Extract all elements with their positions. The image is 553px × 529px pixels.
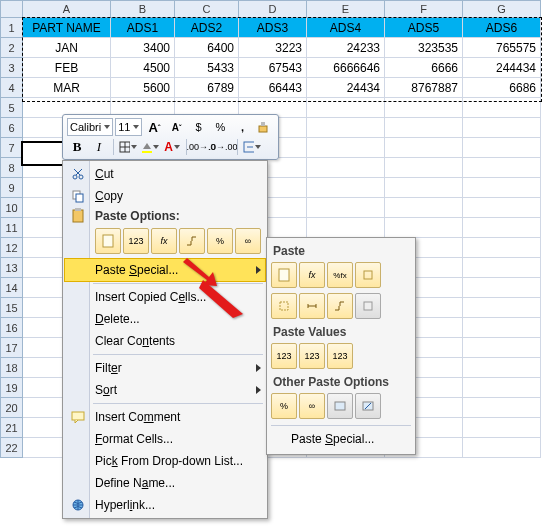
row-header-6[interactable]: 6 [1,118,23,138]
row-header-10[interactable]: 10 [1,198,23,218]
sub-paste-formulas-num[interactable]: %fx [327,262,353,288]
row-header-2[interactable]: 2 [1,38,23,58]
menu-cut[interactable]: Cut [65,163,265,185]
cell-C2[interactable]: 6400 [175,38,239,58]
menu-sort[interactable]: Sort [65,379,265,401]
menu-insert-copied[interactable]: Insert Copied Cells... [65,286,265,308]
cell-A3[interactable]: FEB [23,58,111,78]
row-header-22[interactable]: 22 [1,438,23,458]
mini-toolbar[interactable]: Calibri 11 Aˆ Aˇ $ % , B I A .00→.0 .0→.… [62,114,279,160]
shrink-font-button[interactable]: Aˇ [166,117,186,137]
cell-B1[interactable]: ADS1 [111,18,175,38]
font-color-button[interactable]: A [162,137,182,157]
col-header-F[interactable]: F [385,1,463,18]
cell-G17[interactable] [463,338,541,358]
sub-paste-col-widths[interactable] [299,293,325,319]
fill-color-button[interactable] [140,137,160,157]
cell-F3[interactable]: 6666 [385,58,463,78]
context-menu[interactable]: Cut Copy Paste Options: 123 fx % ∞ Paste… [62,160,268,519]
cell-C4[interactable]: 6789 [175,78,239,98]
sub-paste-merge-cond[interactable] [355,293,381,319]
cell-F2[interactable]: 323535 [385,38,463,58]
sub-paste-transpose[interactable] [327,293,353,319]
row-header-8[interactable]: 8 [1,158,23,178]
menu-hyperlink[interactable]: Hyperlink... [65,494,265,516]
menu-paste-special[interactable]: Paste Special... [64,258,266,282]
row-header-21[interactable]: 21 [1,418,23,438]
col-header-C[interactable]: C [175,1,239,18]
sub-other-formatting[interactable]: % [271,393,297,419]
cell-E5[interactable] [307,98,385,118]
menu-pick-dropdown[interactable]: Pick From Drop-down List... [65,450,265,472]
cell-G22[interactable] [463,438,541,458]
cell-G9[interactable] [463,178,541,198]
cell-G21[interactable] [463,418,541,438]
row-header-1[interactable]: 1 [1,18,23,38]
sub-paste-no-borders[interactable] [271,293,297,319]
italic-button[interactable]: I [89,137,109,157]
row-header-4[interactable]: 4 [1,78,23,98]
cell-E7[interactable] [307,138,385,158]
cell-G16[interactable] [463,318,541,338]
cell-G2[interactable]: 765575 [463,38,541,58]
cell-G14[interactable] [463,278,541,298]
cell-E2[interactable]: 24233 [307,38,385,58]
cell-A1[interactable]: PART NAME [23,18,111,38]
row-header-7[interactable]: 7 [1,138,23,158]
cell-F8[interactable] [385,158,463,178]
cell-G1[interactable]: ADS6 [463,18,541,38]
cell-D2[interactable]: 3223 [239,38,307,58]
paste-option-transpose[interactable] [179,228,205,254]
cell-F10[interactable] [385,198,463,218]
cell-F4[interactable]: 8767887 [385,78,463,98]
cell-E3[interactable]: 6666646 [307,58,385,78]
row-header-19[interactable]: 19 [1,378,23,398]
sub-other-linked-pic[interactable] [355,393,381,419]
paste-option-link[interactable]: ∞ [235,228,261,254]
cell-B3[interactable]: 4500 [111,58,175,78]
accounting-format-button[interactable]: $ [188,117,208,137]
menu-define-name[interactable]: Define Name... [65,472,265,494]
cell-F11[interactable] [385,218,463,238]
paste-option-all[interactable] [95,228,121,254]
merge-center-button[interactable] [242,137,262,157]
cell-G4[interactable]: 6686 [463,78,541,98]
cell-E1[interactable]: ADS4 [307,18,385,38]
sub-other-link[interactable]: ∞ [299,393,325,419]
cell-G8[interactable] [463,158,541,178]
cell-G7[interactable] [463,138,541,158]
cell-G6[interactable] [463,118,541,138]
cell-E10[interactable] [307,198,385,218]
row-header-17[interactable]: 17 [1,338,23,358]
cell-E11[interactable] [307,218,385,238]
paste-special-submenu[interactable]: Paste fx %fx Paste Values 123 123 123 Ot… [266,237,416,455]
comma-format-button[interactable]: , [232,117,252,137]
cell-G12[interactable] [463,238,541,258]
menu-copy[interactable]: Copy [65,185,265,207]
menu-clear-contents[interactable]: Clear Contents [65,330,265,352]
bold-button[interactable]: B [67,137,87,157]
font-name-select[interactable]: Calibri [67,118,113,136]
cell-C3[interactable]: 5433 [175,58,239,78]
row-header-16[interactable]: 16 [1,318,23,338]
paste-option-formatting[interactable]: % [207,228,233,254]
cell-G3[interactable]: 244434 [463,58,541,78]
col-header-D[interactable]: D [239,1,307,18]
cell-A2[interactable]: JAN [23,38,111,58]
cell-E6[interactable] [307,118,385,138]
cell-F9[interactable] [385,178,463,198]
sub-paste-formulas[interactable]: fx [299,262,325,288]
row-header-15[interactable]: 15 [1,298,23,318]
cell-G5[interactable] [463,98,541,118]
cell-E8[interactable] [307,158,385,178]
row-header-13[interactable]: 13 [1,258,23,278]
sub-paste-all[interactable] [271,262,297,288]
increase-decimal-button[interactable]: .0→.00 [213,137,233,157]
cell-B4[interactable]: 5600 [111,78,175,98]
cell-A4[interactable]: MAR [23,78,111,98]
col-header-G[interactable]: G [463,1,541,18]
border-button[interactable] [118,137,138,157]
row-header-12[interactable]: 12 [1,238,23,258]
percent-format-button[interactable]: % [210,117,230,137]
row-header-11[interactable]: 11 [1,218,23,238]
